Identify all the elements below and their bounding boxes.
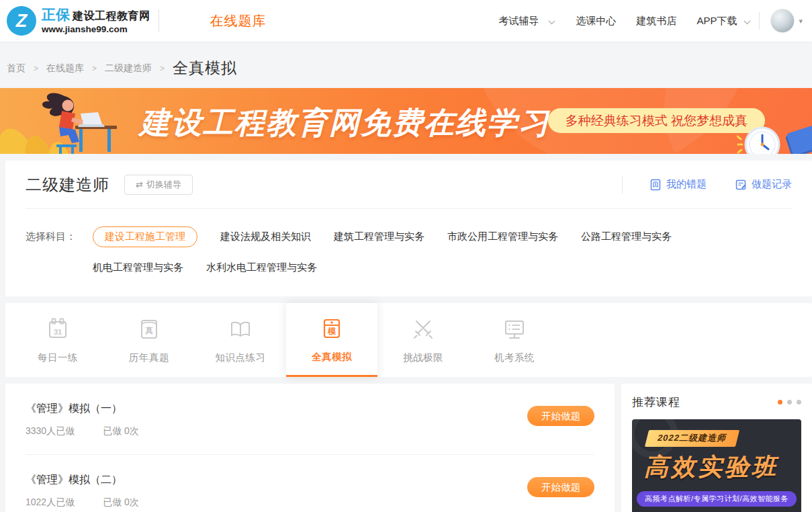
clock-illustration xyxy=(737,120,784,154)
top-header: Z 正保 建设工程教育网 www.jianshe99.com 在线题库 考试辅导… xyxy=(0,0,812,42)
tab-challenge-limit[interactable]: 挑战极限 xyxy=(377,303,469,377)
subject-pill-building[interactable]: 建筑工程管理与实务 xyxy=(334,227,424,247)
record-note-icon xyxy=(735,179,747,191)
exam-title: 《管理》模拟（一） xyxy=(26,402,139,416)
calendar-31-icon: 31 xyxy=(44,316,71,343)
my-wrong-questions-link[interactable]: 我的错题 xyxy=(649,178,707,191)
breadcrumb-qbank[interactable]: 在线题库 xyxy=(46,62,84,75)
subject-pill-municipal[interactable]: 市政公用工程管理与实务 xyxy=(447,227,558,247)
svg-text:31: 31 xyxy=(54,328,62,336)
site-logo[interactable]: Z 正保 建设工程教育网 www.jianshe99.com xyxy=(7,6,150,36)
carousel-dot[interactable] xyxy=(797,400,801,404)
course-features: 高频考点解析/专属学习计划/高效智能服务 xyxy=(637,491,797,507)
answer-record-link[interactable]: 做题记录 xyxy=(735,178,792,191)
monitor-icon xyxy=(501,316,528,343)
study-illustration xyxy=(0,88,141,154)
carousel-dot[interactable] xyxy=(787,400,792,404)
exam-title: 《管理》模拟（二） xyxy=(26,473,139,487)
nav-course-center[interactable]: 选课中心 xyxy=(576,15,616,28)
chevron-down-icon xyxy=(548,15,555,27)
wrong-book-icon xyxy=(649,179,662,191)
page: Z 正保 建设工程教育网 www.jianshe99.com 在线题库 考试辅导… xyxy=(0,0,812,512)
people-done-count: 3330人已做 xyxy=(26,425,75,437)
breadcrumb-current: 全真模拟 xyxy=(173,58,237,79)
avatar xyxy=(770,9,795,33)
course-title: 二级建造师 xyxy=(26,174,109,196)
open-book-icon xyxy=(227,316,254,343)
tab-full-simulation[interactable]: 模 全真模拟 xyxy=(286,303,377,377)
subject-pill-construction-management[interactable]: 建设工程施工管理 xyxy=(93,226,197,247)
chevron-down-icon xyxy=(743,15,751,27)
brand-name: 正保 xyxy=(42,7,70,23)
subject-pill-water[interactable]: 水利水电工程管理与实务 xyxy=(206,258,317,278)
start-exam-button[interactable]: 开始做题 xyxy=(527,406,594,426)
crossed-swords-icon xyxy=(410,316,437,343)
breadcrumb: 首页 > 在线题库 > 二级建造师 > 全真模拟 xyxy=(0,42,812,88)
page-title: 在线题库 xyxy=(210,12,267,30)
logo-z-icon: Z xyxy=(7,6,36,36)
people-done-count: 1022人已做 xyxy=(26,497,75,509)
subject-pill-mechanical[interactable]: 机电工程管理与实务 xyxy=(93,258,183,278)
swap-icon: ⇄ xyxy=(136,179,143,189)
recommended-title: 推荐课程 xyxy=(632,394,680,410)
exam-row: 《管理》模拟（二） 1022人已做 已做 0次 开始做题 xyxy=(26,455,594,512)
tab-past-exams[interactable]: 真 历年真题 xyxy=(103,303,195,377)
site-url: www.jianshe99.com xyxy=(42,24,150,35)
nav-app-download[interactable]: APP下载 xyxy=(696,15,751,28)
caret-down-icon: ▾ xyxy=(799,17,803,26)
header-divider xyxy=(159,9,159,32)
recommended-courses-panel: 推荐课程 2022二级建造师 高效实验班 高频考点解析/专属学习计划/高效智能服… xyxy=(621,384,812,512)
breadcrumb-home[interactable]: 首页 xyxy=(7,62,26,75)
site-name: 建设工程教育网 xyxy=(73,10,150,22)
banner-tagline: 多种经典练习模式 祝您梦想成真 xyxy=(548,108,765,133)
user-menu[interactable]: ▾ xyxy=(770,9,803,33)
practice-mode-tabs: 31 每日一练 真 历年真题 知识点练习 模 xyxy=(5,303,812,377)
exam-row: 《管理》模拟（一） 3330人已做 已做 0次 开始做题 xyxy=(26,384,594,455)
subject-label: 选择科目： xyxy=(26,226,93,278)
subject-selector: 选择科目： 建设工程施工管理 建设法规及相关知识 建筑工程管理与实务 市政公用工… xyxy=(26,209,792,296)
breadcrumb-level2[interactable]: 二级建造师 xyxy=(105,62,152,75)
top-nav: 考试辅导 选课中心 建筑书店 APP下载 xyxy=(498,15,751,28)
tab-daily-practice[interactable]: 31 每日一练 xyxy=(12,303,103,377)
carousel-dot[interactable] xyxy=(778,400,782,404)
subject-pill-laws[interactable]: 建设法规及相关知识 xyxy=(220,227,311,247)
subject-pill-highway[interactable]: 公路工程管理与实务 xyxy=(581,227,672,247)
tab-computer-exam[interactable]: 机考系统 xyxy=(469,303,560,377)
promo-banner[interactable]: 建设工程教育网免费在线学习 多种经典练习模式 祝您梦想成真 xyxy=(0,88,812,154)
switch-coaching-button[interactable]: ⇄ 切换辅导 xyxy=(124,175,193,195)
start-exam-button[interactable]: 开始做题 xyxy=(527,477,594,497)
book-zhen-icon: 真 xyxy=(136,316,163,343)
my-done-count: 已做 0次 xyxy=(103,497,139,509)
calendar-mo-icon: 模 xyxy=(318,315,345,342)
exam-list: 《管理》模拟（一） 3330人已做 已做 0次 开始做题 《管理》模拟（二） 1… xyxy=(5,384,615,512)
course-panel: 二级建造师 ⇄ 切换辅导 我的错题 xyxy=(5,161,812,296)
header-divider xyxy=(759,12,760,30)
svg-text:真: 真 xyxy=(145,326,153,335)
my-done-count: 已做 0次 xyxy=(103,425,139,437)
banner-headline: 建设工程教育网免费在线学习 xyxy=(140,103,550,143)
svg-text:模: 模 xyxy=(327,327,336,336)
course-ad-card[interactable]: 2022二级建造师 高效实验班 高频考点解析/专属学习计划/高效智能服务 xyxy=(632,419,801,512)
tab-knowledge-practice[interactable]: 知识点练习 xyxy=(195,303,286,377)
course-year-badge: 2022二级建造师 xyxy=(645,430,739,447)
course-name: 高效实验班 xyxy=(644,451,801,484)
carousel-dots xyxy=(778,400,801,404)
nav-bookstore[interactable]: 建筑书店 xyxy=(636,15,676,28)
nav-exam-coaching[interactable]: 考试辅导 xyxy=(498,15,555,28)
